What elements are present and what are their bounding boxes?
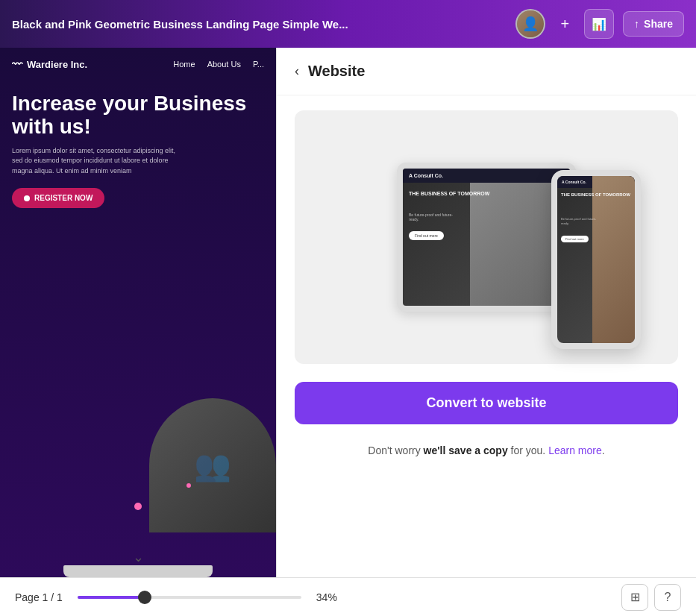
hero-people-image: 👥 — [127, 383, 276, 532]
avatar-image: 👤 — [517, 9, 544, 39]
preview-nav-links: Home About Us P... — [173, 60, 264, 69]
nav-more: P... — [253, 60, 264, 69]
nav-about: About Us — [207, 60, 241, 69]
phone-brand: A Consult Co. — [562, 180, 586, 184]
zoom-slider-thumb[interactable] — [138, 591, 151, 604]
help-button[interactable]: ? — [654, 584, 681, 611]
document-title: Black and Pink Geometric Business Landin… — [12, 18, 507, 31]
phone-tagline: THE BUSINESS OF TOMORROW — [561, 192, 630, 198]
bottom-right-icons: ⊞ ? — [621, 584, 681, 611]
share-icon: ↑ — [634, 18, 639, 30]
panel-title: Website — [308, 63, 365, 80]
phone-hero-text: Be future-proof and future-ready. — [561, 217, 598, 225]
phone-screen: A Consult Co. THE BUSINESS OF TOMORROW B… — [557, 176, 635, 343]
hero-heading: Increase your Business with us! — [12, 92, 264, 139]
bottom-bar: Page 1 / 1 34% ⊞ ? — [0, 577, 696, 616]
zoom-percentage: 34% — [316, 591, 346, 603]
convert-to-website-button[interactable]: Convert to website — [295, 382, 678, 424]
website-preview-mockup: A Consult Co. THE BUSINESS OF TOMORROW B… — [295, 110, 678, 364]
zoom-slider-track[interactable] — [78, 596, 301, 599]
brand-name: Wardiere Inc. — [27, 59, 87, 70]
tablet-brand: A Consult Co. — [409, 173, 443, 178]
topbar: Black and Pink Geometric Business Landin… — [0, 0, 696, 48]
preview-navbar: 〰 Wardiere Inc. Home About Us P... — [0, 48, 276, 81]
chevron-down-icon: ⌄ — [133, 550, 144, 565]
bar-chart-icon: 📊 — [592, 17, 606, 31]
preview-logo: 〰 Wardiere Inc. — [12, 58, 87, 70]
add-collaborator-button[interactable]: + — [554, 13, 575, 36]
main-area: 〰 Wardiere Inc. Home About Us P... Incre… — [0, 48, 696, 577]
analytics-button[interactable]: 📊 — [584, 9, 614, 39]
disclaimer-before: Don't worry — [368, 444, 423, 456]
back-button[interactable]: ‹ — [295, 63, 299, 79]
tablet-screen: A Consult Co. THE BUSINESS OF TOMORROW B… — [403, 169, 570, 306]
decorative-dot-1 — [134, 503, 142, 510]
disclaimer-after: for you. — [508, 444, 548, 456]
people-silhouette: 👥 — [149, 398, 276, 532]
page-indicator: Page 1 / 1 — [15, 591, 63, 603]
tablet-cta: Find out more — [409, 231, 444, 240]
panel-body: A Consult Co. THE BUSINESS OF TOMORROW B… — [277, 95, 696, 577]
disclaimer-text: Don't worry we'll save a copy for you. L… — [295, 442, 678, 459]
tablet-nav: A Consult Co. — [403, 169, 570, 183]
help-icon: ? — [665, 591, 671, 604]
disclaimer-bold: we'll save a copy — [424, 444, 508, 456]
collapse-chevron[interactable]: ⌄ — [133, 549, 144, 565]
canvas-area: 〰 Wardiere Inc. Home About Us P... Incre… — [0, 48, 276, 577]
cta-label: REGISTER NOW — [34, 194, 93, 202]
zoom-slider-fill — [78, 596, 145, 599]
logo-icon: 〰 — [12, 58, 22, 70]
disclaimer-period: . — [602, 444, 605, 456]
zoom-slider-container — [78, 596, 301, 599]
hero-body: Lorem ipsum dolor sit amet, consectetur … — [12, 146, 176, 177]
grid-view-button[interactable]: ⊞ — [621, 584, 648, 611]
laptop-base — [63, 565, 213, 577]
register-cta-button[interactable]: REGISTER NOW — [12, 188, 104, 208]
design-preview: 〰 Wardiere Inc. Home About Us P... Incre… — [0, 48, 276, 577]
learn-more-link[interactable]: Learn more — [548, 444, 602, 456]
phone-bg-person — [592, 176, 635, 343]
phone-mockup: A Consult Co. THE BUSINESS OF TOMORROW B… — [551, 170, 641, 349]
avatar[interactable]: 👤 — [515, 9, 545, 39]
tablet-hero: THE BUSINESS OF TOMORROW Be future-proof… — [403, 183, 570, 306]
back-icon: ‹ — [295, 63, 299, 79]
panel-header: ‹ Website — [277, 48, 696, 95]
share-button[interactable]: ↑ Share — [623, 11, 684, 37]
cta-dot — [24, 195, 30, 201]
phone-cta: Find out more — [561, 236, 589, 242]
tablet-mockup: A Consult Co. THE BUSINESS OF TOMORROW B… — [397, 163, 576, 312]
website-panel: ‹ Website A Consult Co. THE BUSINESS OF … — [276, 48, 696, 577]
grid-icon: ⊞ — [630, 590, 640, 604]
share-label: Share — [644, 18, 673, 30]
decorative-dot-2 — [186, 483, 191, 488]
tablet-tagline: THE BUSINESS OF TOMORROW — [409, 190, 489, 197]
tablet-hero-text: Be future-proof and future-ready. — [409, 213, 454, 221]
nav-home: Home — [173, 60, 195, 69]
